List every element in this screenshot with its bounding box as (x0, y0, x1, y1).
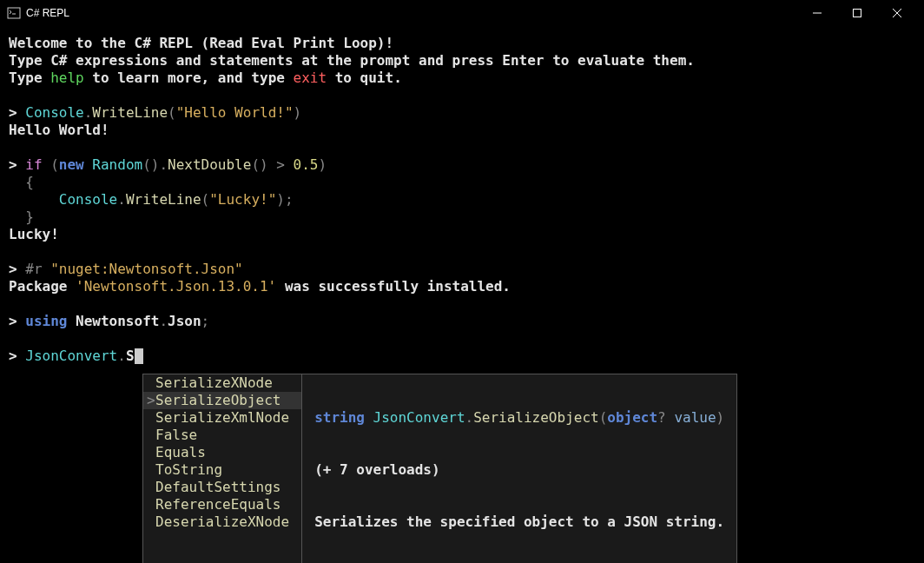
autocomplete-item[interactable]: DeserializeXNode (143, 513, 301, 531)
welcome-line: Welcome to the C# REPL (Read Eval Print … (9, 35, 915, 52)
autocomplete-item[interactable]: Equals (143, 444, 301, 461)
repl-input-line: > #r "nuget:Newtonsoft.Json" (9, 261, 915, 278)
window-controls (797, 0, 917, 26)
welcome-line: Type C# expressions and statements at th… (9, 52, 915, 70)
svg-rect-0 (8, 8, 20, 18)
autocomplete-list: SerializeXNode>SerializeObjectSerializeX… (143, 374, 302, 563)
autocomplete-item[interactable]: DefaultSettings (143, 479, 301, 496)
repl-output-line: Package 'Newtonsoft.Json.13.0.1' was suc… (9, 278, 915, 295)
repl-cont-line: { (9, 174, 915, 191)
autocomplete-detail: string JsonConvert.SerializeObject(objec… (302, 374, 736, 563)
repl-input-line: > Console.WriteLine("Hello World!") (9, 104, 915, 122)
titlebar: C# REPL (0, 0, 924, 26)
maximize-icon (853, 9, 861, 17)
autocomplete-item[interactable]: ReferenceEquals (143, 496, 301, 513)
autocomplete-item[interactable]: >SerializeObject (143, 392, 301, 409)
repl-output-line: Hello World! (9, 122, 915, 139)
app-icon (7, 6, 21, 20)
autocomplete-item[interactable]: SerializeXNode (143, 374, 301, 392)
terminal-area[interactable]: Welcome to the C# REPL (Read Eval Print … (0, 26, 924, 374)
autocomplete-item[interactable]: SerializeXmlNode (143, 409, 301, 427)
repl-output-line: Lucky! (9, 226, 915, 243)
repl-current-line[interactable]: > JsonConvert.S (9, 348, 915, 365)
maximize-button[interactable] (837, 0, 877, 26)
repl-cont-line: Console.WriteLine("Lucky!"); (9, 191, 915, 209)
minimize-icon (813, 9, 822, 17)
autocomplete-popup: SerializeXNode>SerializeObjectSerializeX… (142, 374, 737, 563)
cursor (135, 348, 143, 364)
svg-rect-3 (854, 10, 861, 17)
minimize-button[interactable] (797, 0, 837, 26)
window-title: C# REPL (26, 7, 69, 19)
autocomplete-item[interactable]: False (143, 427, 301, 444)
welcome-line: Type help to learn more, and type exit t… (9, 70, 915, 87)
repl-cont-line: } (9, 209, 915, 226)
close-button[interactable] (877, 0, 917, 26)
repl-input-line: > if (new Random().NextDouble() > 0.5) (9, 156, 915, 174)
close-icon (893, 9, 901, 17)
repl-input-line: > using Newtonsoft.Json; (9, 313, 915, 330)
autocomplete-item[interactable]: ToString (143, 461, 301, 479)
